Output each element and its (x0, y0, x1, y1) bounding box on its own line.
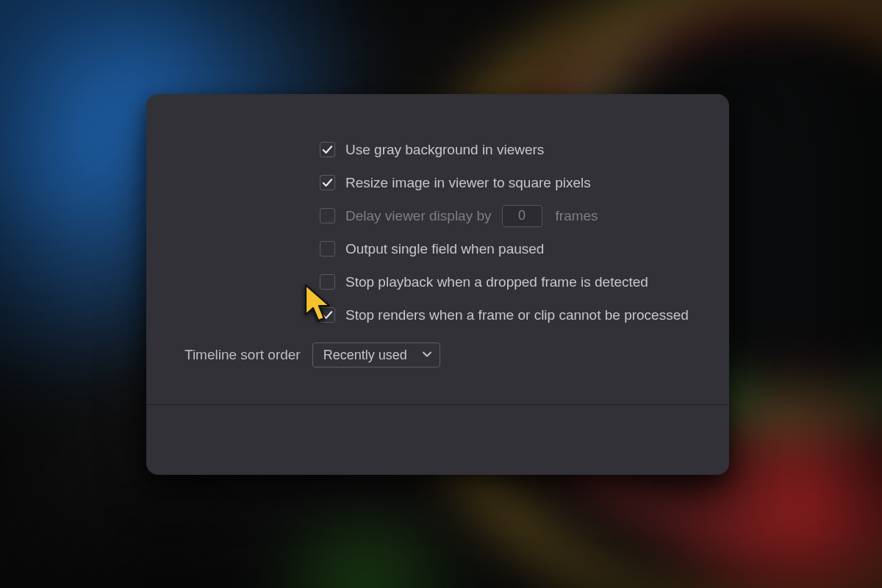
label-stop-dropped: Stop playback when a dropped frame is de… (345, 274, 648, 290)
section-divider (146, 404, 729, 405)
checkbox-delay[interactable] (320, 208, 335, 223)
option-row-stop-dropped: Stop playback when a dropped frame is de… (320, 265, 710, 298)
timeline-sort-label: Timeline sort order (184, 347, 301, 363)
timeline-sort-select[interactable]: Recently used (312, 343, 440, 368)
checkbox-stop-render[interactable] (320, 307, 335, 323)
label-single-field: Output single field when paused (345, 241, 544, 257)
checkbox-single-field[interactable] (320, 241, 335, 257)
chevron-down-icon (422, 348, 432, 363)
timeline-sort-value: Recently used (323, 348, 407, 363)
option-row-delay: Delay viewer display by frames (320, 199, 710, 232)
option-row-single-field: Output single field when paused (320, 232, 710, 265)
option-row-stop-render: Stop renders when a frame or clip cannot… (320, 298, 710, 331)
label-resize-square: Resize image in viewer to square pixels (345, 175, 591, 191)
label-stop-render: Stop renders when a frame or clip cannot… (345, 307, 689, 323)
check-icon (322, 111, 333, 122)
label-gray-bg: Use gray background in viewers (345, 142, 544, 158)
timeline-sort-row: Timeline sort order Recently used (165, 343, 710, 368)
delay-frames-input[interactable] (502, 205, 542, 227)
option-row-resize-square: Resize image in viewer to square pixels (320, 166, 710, 199)
preferences-panel: hidden Use gray background in viewers Re… (146, 94, 729, 475)
check-icon (322, 309, 333, 320)
label-delay: Delay viewer display by (345, 208, 492, 224)
checkbox-stop-dropped[interactable] (320, 274, 335, 290)
check-icon (322, 144, 333, 155)
option-row-gray-bg: Use gray background in viewers (320, 133, 710, 166)
checkbox-resize-square[interactable] (320, 175, 335, 190)
checkbox-gray-bg[interactable] (320, 142, 335, 157)
playback-options-group: hidden Use gray background in viewers Re… (320, 94, 710, 331)
check-icon (322, 177, 333, 188)
label-frames-suffix: frames (556, 208, 598, 224)
option-row-hidden: hidden (320, 100, 710, 133)
